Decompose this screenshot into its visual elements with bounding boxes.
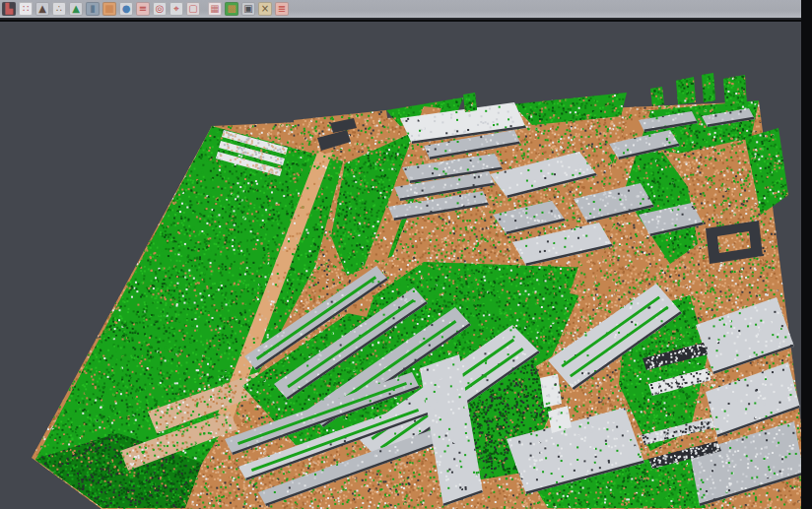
- toolbar: ▙∷▲∴▲▮■●≡◎⌖▢▦▩▣×≣: [0, 0, 801, 20]
- toolbar-terrain-icon[interactable]: ▲: [35, 2, 49, 16]
- toolbar-panel-icon[interactable]: ▮: [86, 2, 100, 16]
- toolbar-pick-icon[interactable]: ⌖: [169, 2, 183, 16]
- toolbar-classification-icon[interactable]: ▩: [225, 2, 238, 16]
- toolbar-marquee-icon[interactable]: ▦: [208, 2, 222, 16]
- toolbar-sparse-points-icon[interactable]: ∴: [52, 2, 66, 16]
- toolbar-ortho-icon[interactable]: ■: [102, 2, 116, 16]
- application-window: ▙∷▲∴▲▮■●≡◎⌖▢▦▩▣×≣: [0, 0, 812, 509]
- point-cloud-scene[interactable]: [0, 22, 812, 509]
- toolbar-points-icon[interactable]: ∷: [19, 2, 33, 16]
- toolbar-vegetation-icon[interactable]: ▲: [69, 2, 83, 16]
- toolbar-clip-box-icon[interactable]: ▢: [186, 2, 200, 16]
- toolbar-globe-icon[interactable]: ●: [119, 2, 133, 16]
- window-right-edge: [801, 0, 812, 509]
- toolbar-profile-icon[interactable]: ≡: [136, 2, 150, 16]
- toolbar-cut-icon[interactable]: ×: [258, 2, 272, 16]
- toolbar-levels-icon[interactable]: ≣: [275, 2, 289, 16]
- viewport-3d[interactable]: [0, 22, 812, 509]
- toolbar-target-icon[interactable]: ◎: [153, 2, 167, 16]
- toolbar-camera-icon[interactable]: ▣: [241, 2, 255, 16]
- toolbar-import-icon[interactable]: ▙: [2, 2, 16, 16]
